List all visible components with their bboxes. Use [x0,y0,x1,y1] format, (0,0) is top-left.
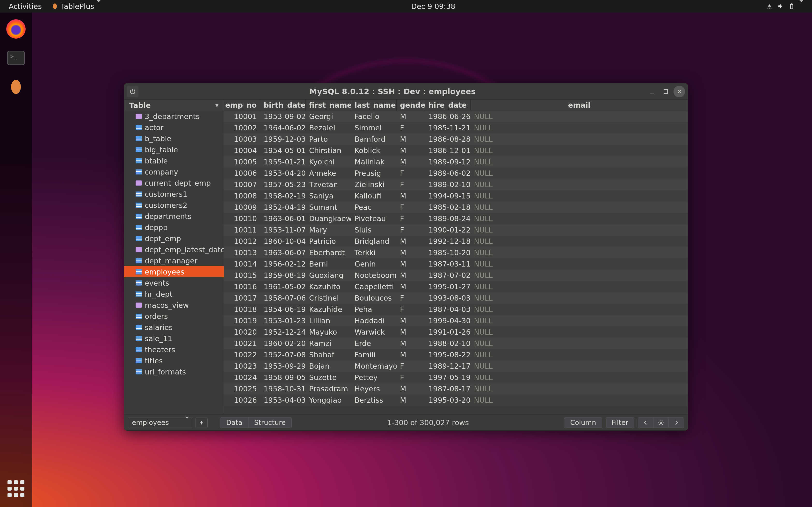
cell-hire_date[interactable]: 1989-02-10 [425,179,470,190]
cell-first_name[interactable]: Shahaf [306,349,351,360]
table-row[interactable]: 100031959-12-03PartoBamfordM1986-08-28NU… [224,133,688,145]
dock-tableplus[interactable] [4,75,28,99]
cell-last_name[interactable]: Heyers [351,383,397,394]
cell-last_name[interactable]: Famili [351,349,397,360]
cell-birth_date[interactable]: 1954-06-19 [260,304,306,315]
dock-firefox[interactable] [4,17,28,41]
cell-birth_date[interactable]: 1955-01-21 [260,156,306,168]
cell-first_name[interactable]: Parto [306,133,351,145]
cell-hire_date[interactable]: 1987-04-03 [425,304,470,315]
cell-first_name[interactable]: Suzette [306,372,351,383]
cell-hire_date[interactable]: 1985-10-20 [425,247,470,258]
cell-birth_date[interactable]: 1952-12-24 [260,326,306,338]
cell-birth_date[interactable]: 1959-12-03 [260,133,306,145]
table-row[interactable]: 100241958-09-05SuzettePetteyF1997-05-19N… [224,372,688,383]
cell-emp_no[interactable]: 10002 [224,122,260,133]
cell-emp_no[interactable]: 10024 [224,372,260,383]
sidebar-table-customers1[interactable]: customers1 [124,188,224,200]
cell-birth_date[interactable]: 1958-10-31 [260,383,306,394]
table-row[interactable]: 100211960-02-20RamziErdeM1988-02-10NULL [224,338,688,349]
sidebar-table-big_table[interactable]: big_table [124,144,224,155]
cell-last_name[interactable]: Pettey [351,372,397,383]
cell-email[interactable]: NULL [470,270,688,281]
cell-first_name[interactable]: Patricio [306,236,351,247]
cell-gender[interactable]: M [397,281,425,292]
cell-email[interactable]: NULL [470,122,688,133]
sidebar-table-actor[interactable]: actor [124,122,224,133]
cell-hire_date[interactable]: 1985-11-21 [425,122,470,133]
cell-last_name[interactable]: Maliniak [351,156,397,168]
cell-hire_date[interactable]: 1992-12-18 [425,236,470,247]
cell-email[interactable]: NULL [470,394,688,406]
cell-hire_date[interactable]: 1994-09-15 [425,190,470,202]
close-button[interactable] [673,86,685,97]
cell-emp_no[interactable]: 10019 [224,315,260,326]
cell-last_name[interactable]: Simmel [351,122,397,133]
cell-first_name[interactable]: Sumant [306,202,351,213]
cell-hire_date[interactable]: 1997-05-19 [425,372,470,383]
cell-email[interactable]: NULL [470,292,688,304]
cell-emp_no[interactable]: 10023 [224,360,260,372]
cell-hire_date[interactable]: 1989-06-02 [425,168,470,179]
cell-last_name[interactable]: Nooteboom [351,270,397,281]
column-header-hire_date[interactable]: hire_date [425,100,470,111]
cell-hire_date[interactable]: 1991-01-26 [425,326,470,338]
cell-email[interactable]: NULL [470,247,688,258]
cell-birth_date[interactable]: 1960-02-20 [260,338,306,349]
column-header-first_name[interactable]: first_name [306,100,351,111]
cell-emp_no[interactable]: 10011 [224,224,260,236]
cell-hire_date[interactable]: 1988-02-10 [425,338,470,349]
table-row[interactable]: 100201952-12-24MayukoWarwickM1991-01-26N… [224,326,688,338]
table-row[interactable]: 100051955-01-21KyoichiMaliniakM1989-09-1… [224,156,688,168]
cell-gender[interactable]: F [397,202,425,213]
cell-emp_no[interactable]: 10008 [224,190,260,202]
cell-email[interactable]: NULL [470,360,688,372]
cell-last_name[interactable]: Piveteau [351,213,397,224]
cell-emp_no[interactable]: 10022 [224,349,260,360]
cell-last_name[interactable]: Genin [351,258,397,270]
cell-last_name[interactable]: Bamford [351,133,397,145]
cell-emp_no[interactable]: 10005 [224,156,260,168]
cell-email[interactable]: NULL [470,111,688,122]
cell-emp_no[interactable]: 10001 [224,111,260,122]
sidebar-table-dept_emp_latest_date[interactable]: dept_emp_latest_date [124,244,224,255]
sidebar-table-current_dept_emp[interactable]: current_dept_emp [124,177,224,188]
cell-hire_date[interactable]: 1987-03-11 [425,258,470,270]
titlebar[interactable]: MySQL 8.0.12 : SSH : Dev : employees [124,83,688,100]
cell-emp_no[interactable]: 10010 [224,213,260,224]
table-row[interactable]: 100141956-02-12BerniGeninM1987-03-11NULL [224,258,688,270]
cell-emp_no[interactable]: 10015 [224,270,260,281]
cell-email[interactable]: NULL [470,213,688,224]
cell-emp_no[interactable]: 10025 [224,383,260,394]
cell-first_name[interactable]: Eberhardt [306,247,351,258]
settings-button[interactable] [653,417,669,428]
cell-last_name[interactable]: Haddadi [351,315,397,326]
cell-gender[interactable]: F [397,360,425,372]
column-header-gender[interactable]: gender [397,100,425,111]
cell-gender[interactable]: F [397,304,425,315]
cell-birth_date[interactable]: 1953-01-23 [260,315,306,326]
cell-birth_date[interactable]: 1952-04-19 [260,202,306,213]
cell-gender[interactable]: F [397,168,425,179]
cell-emp_no[interactable]: 10013 [224,247,260,258]
sidebar-table-macos_view[interactable]: macos_view [124,300,224,311]
table-row[interactable]: 100041954-05-01ChirstianKoblickM1986-12-… [224,145,688,156]
cell-emp_no[interactable]: 10017 [224,292,260,304]
cell-gender[interactable]: M [397,133,425,145]
cell-first_name[interactable]: Chirstian [306,145,351,156]
dock-show-apps[interactable] [4,477,28,500]
cell-first_name[interactable]: Tzvetan [306,179,351,190]
cell-first_name[interactable]: Bojan [306,360,351,372]
cell-gender[interactable]: M [397,145,425,156]
cell-first_name[interactable]: Anneke [306,168,351,179]
cell-hire_date[interactable]: 1999-04-30 [425,315,470,326]
cell-last_name[interactable]: Kalloufi [351,190,397,202]
cell-birth_date[interactable]: 1958-07-06 [260,292,306,304]
cell-gender[interactable]: M [397,258,425,270]
cell-birth_date[interactable]: 1958-02-19 [260,190,306,202]
cell-email[interactable]: NULL [470,168,688,179]
cell-hire_date[interactable]: 1987-08-17 [425,383,470,394]
cell-first_name[interactable]: Mayuko [306,326,351,338]
cell-last_name[interactable]: Peac [351,202,397,213]
cell-email[interactable]: NULL [470,383,688,394]
